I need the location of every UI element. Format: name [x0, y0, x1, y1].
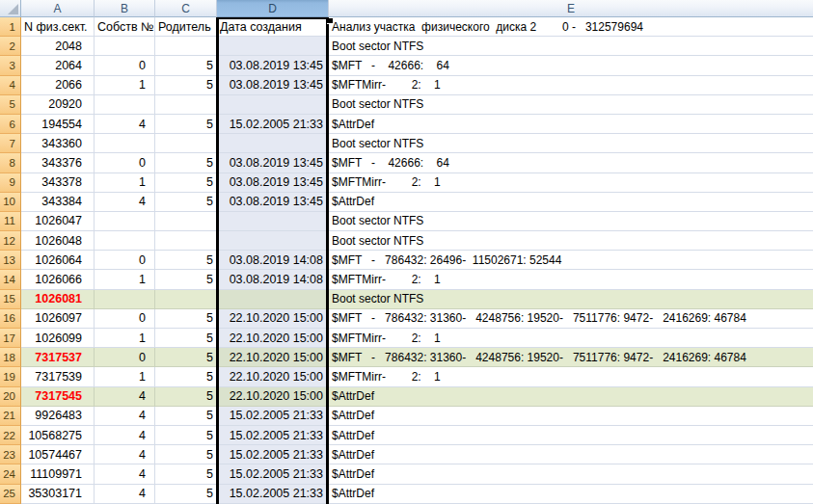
- row-header-15[interactable]: 15: [0, 290, 21, 309]
- cell-D12[interactable]: [217, 231, 329, 251]
- cell-E22[interactable]: $AttrDef: [329, 426, 813, 445]
- cell-D10[interactable]: 03.08.2019 13:45: [217, 193, 329, 212]
- cell-D23[interactable]: 15.02.2005 21:33: [217, 445, 329, 464]
- cell-C12[interactable]: [155, 231, 217, 251]
- cell-E7[interactable]: Boot sector NTFS: [329, 134, 813, 153]
- row-header-25[interactable]: 25: [0, 485, 21, 504]
- column-header-a[interactable]: A: [21, 0, 95, 17]
- row-header-24[interactable]: 24: [0, 464, 21, 484]
- cell-D13[interactable]: 03.08.2019 14:08: [217, 251, 329, 270]
- row-header-21[interactable]: 21: [0, 407, 21, 426]
- cell-D22[interactable]: 15.02.2005 21:33: [217, 426, 329, 445]
- row-header-23[interactable]: 23: [0, 445, 21, 464]
- cell-E6[interactable]: $AttrDef: [329, 115, 813, 134]
- cell-B17[interactable]: 1: [95, 329, 155, 348]
- row-header-18[interactable]: 18: [0, 348, 21, 367]
- cell-C23[interactable]: 5: [155, 445, 217, 464]
- cell-D14[interactable]: 03.08.2019 14:08: [217, 270, 329, 289]
- cell-C2[interactable]: [155, 37, 217, 56]
- row-header-3[interactable]: 3: [0, 56, 21, 75]
- cell-D20[interactable]: 22.10.2020 15:00: [217, 387, 329, 407]
- cell-C10[interactable]: 5: [155, 193, 217, 212]
- cell-D8[interactable]: 03.08.2019 13:45: [217, 153, 329, 172]
- row-header-11[interactable]: 11: [0, 212, 21, 231]
- cell-B21[interactable]: 4: [95, 407, 155, 426]
- cell-A20[interactable]: 7317545: [21, 387, 95, 407]
- cell-A17[interactable]: 1026099: [21, 329, 95, 348]
- cell-B6[interactable]: 4: [95, 115, 155, 134]
- cell-E24[interactable]: $AttrDef: [329, 464, 813, 484]
- cell-B11[interactable]: [95, 212, 155, 231]
- row-header-5[interactable]: 5: [0, 95, 21, 115]
- cell-B22[interactable]: 4: [95, 426, 155, 445]
- cell-E19[interactable]: $MFTMirr- 2: 1: [329, 367, 813, 386]
- cell-E5[interactable]: Boot sector NTFS: [329, 95, 813, 115]
- cell-D3[interactable]: 03.08.2019 13:45: [217, 56, 329, 75]
- cell-A25[interactable]: 35303171: [21, 485, 95, 504]
- cell-D16[interactable]: 22.10.2020 15:00: [217, 309, 329, 329]
- cell-B2[interactable]: [95, 37, 155, 56]
- cell-C17[interactable]: 5: [155, 329, 217, 348]
- cell-B8[interactable]: 0: [95, 153, 155, 172]
- cell-D17[interactable]: 22.10.2020 15:00: [217, 329, 329, 348]
- row-header-1[interactable]: 1: [0, 17, 21, 37]
- cell-C3[interactable]: 5: [155, 56, 217, 75]
- cell-B16[interactable]: 0: [95, 309, 155, 329]
- cell-C14[interactable]: 5: [155, 270, 217, 289]
- cell-B23[interactable]: 4: [95, 445, 155, 464]
- select-all-corner[interactable]: [0, 0, 21, 17]
- cell-D4[interactable]: 03.08.2019 13:45: [217, 76, 329, 95]
- cell-A14[interactable]: 1026066: [21, 270, 95, 289]
- cell-E10[interactable]: $AttrDef: [329, 193, 813, 212]
- row-header-7[interactable]: 7: [0, 134, 21, 153]
- cell-D11[interactable]: [217, 212, 329, 231]
- column-header-d-selected[interactable]: D: [217, 0, 329, 17]
- cell-C6[interactable]: 5: [155, 115, 217, 134]
- cell-E21[interactable]: $AttrDef: [329, 407, 813, 426]
- cell-B19[interactable]: 1: [95, 367, 155, 386]
- row-header-19[interactable]: 19: [0, 367, 21, 386]
- cell-A11[interactable]: 1026047: [21, 212, 95, 231]
- cell-E13[interactable]: $MFT - 786432: 26496- 11502671: 52544: [329, 251, 813, 270]
- row-header-20[interactable]: 20: [0, 387, 21, 407]
- row-header-12[interactable]: 12: [0, 231, 21, 251]
- cell-E14[interactable]: $MFTMirr- 2: 1: [329, 270, 813, 289]
- cell-E11[interactable]: Boot sector NTFS: [329, 212, 813, 231]
- cell-A18[interactable]: 7317537: [21, 348, 95, 367]
- cell-A1[interactable]: N физ.сект.: [21, 17, 95, 37]
- cell-B20[interactable]: 4: [95, 387, 155, 407]
- cell-A15[interactable]: 1026081: [21, 290, 95, 309]
- cell-A4[interactable]: 2066: [21, 76, 95, 95]
- cell-E25[interactable]: $AttrDef: [329, 485, 813, 504]
- cell-C24[interactable]: 5: [155, 464, 217, 484]
- cell-D7[interactable]: [217, 134, 329, 153]
- cell-C8[interactable]: 5: [155, 153, 217, 172]
- cell-A7[interactable]: 343360: [21, 134, 95, 153]
- cell-A23[interactable]: 10574467: [21, 445, 95, 464]
- cell-C21[interactable]: 5: [155, 407, 217, 426]
- column-header-c[interactable]: C: [155, 0, 217, 17]
- cell-C22[interactable]: 5: [155, 426, 217, 445]
- cell-A13[interactable]: 1026064: [21, 251, 95, 270]
- cell-A21[interactable]: 9926483: [21, 407, 95, 426]
- cell-C9[interactable]: 5: [155, 173, 217, 193]
- cell-E17[interactable]: $MFTMirr- 2: 1: [329, 329, 813, 348]
- cell-D1[interactable]: Дата создания: [217, 17, 329, 37]
- cell-A24[interactable]: 11109971: [21, 464, 95, 484]
- cell-C13[interactable]: 5: [155, 251, 217, 270]
- row-header-6[interactable]: 6: [0, 115, 21, 134]
- cell-B7[interactable]: [95, 134, 155, 153]
- cell-C11[interactable]: [155, 212, 217, 231]
- cell-B25[interactable]: 4: [95, 485, 155, 504]
- row-header-9[interactable]: 9: [0, 173, 21, 193]
- cell-D19[interactable]: 22.10.2020 15:00: [217, 367, 329, 386]
- cell-E4[interactable]: $MFTMirr- 2: 1: [329, 76, 813, 95]
- row-header-17[interactable]: 17: [0, 329, 21, 348]
- cell-A8[interactable]: 343376: [21, 153, 95, 172]
- cell-A10[interactable]: 343384: [21, 193, 95, 212]
- cell-A6[interactable]: 194554: [21, 115, 95, 134]
- cell-E18[interactable]: $MFT - 786432: 31360- 4248756: 19520- 75…: [329, 348, 813, 367]
- row-header-4[interactable]: 4: [0, 76, 21, 95]
- column-header-b[interactable]: B: [95, 0, 155, 17]
- cell-A2[interactable]: 2048: [21, 37, 95, 56]
